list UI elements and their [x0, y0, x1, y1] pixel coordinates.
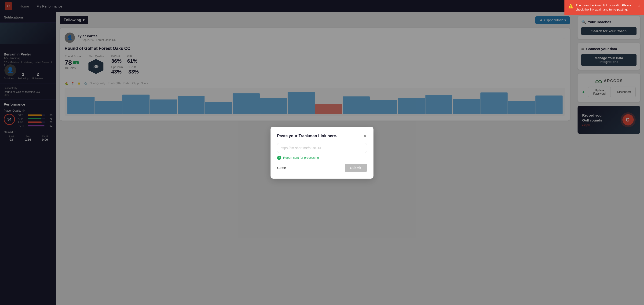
modal-submit-button[interactable]: Submit	[345, 164, 367, 172]
modal-success-message: ✓ Report sent for processing	[277, 156, 367, 160]
modal-header: Paste your Trackman Link here. ✕	[277, 133, 367, 139]
toast-message: The given trackman link is invalid. Plea…	[576, 3, 635, 12]
modal-overlay: Paste your Trackman Link here. ✕ ✓ Repor…	[0, 0, 644, 305]
trackman-link-input[interactable]	[277, 143, 367, 153]
check-icon: ✓	[277, 156, 281, 160]
toast-close-button[interactable]: ×	[638, 3, 640, 8]
modal-title: Paste your Trackman Link here.	[277, 134, 337, 138]
modal-close-x-button[interactable]: ✕	[363, 133, 367, 139]
modal-close-button[interactable]: Close	[277, 166, 286, 170]
modal-footer: Close Submit	[277, 164, 367, 172]
error-toast: ⚠️ The given trackman link is invalid. P…	[564, 0, 644, 15]
warning-icon: ⚠️	[568, 3, 573, 9]
trackman-modal: Paste your Trackman Link here. ✕ ✓ Repor…	[270, 127, 374, 178]
